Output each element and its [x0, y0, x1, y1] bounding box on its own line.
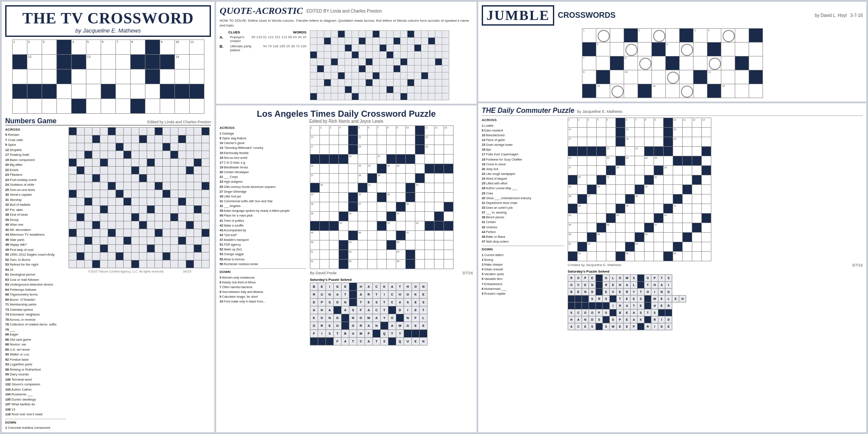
tv-crossword-byline: by Jacqueline E. Mathews — [8, 27, 208, 34]
panel-left: THE TV CROSSWORD by Jacqueline E. Mathew… — [2, 2, 214, 432]
panel-middle: QUOTE-ACROSTIC EDITED BY Linda and Charl… — [216, 2, 477, 432]
jumble-grid: 1234567891011121314 — [582, 28, 763, 98]
dc-title: THE Daily Commuter Puzzle — [482, 107, 574, 115]
numbers-game-content: ACROSS 5 Remain 7 Crow calls 9 Spice 12 … — [5, 127, 211, 429]
panel-right: JUMBLE CROSSWORDS by David L. Hoyt 3-7-1… — [478, 2, 866, 432]
dc-byline: by Jacqueline E. Mathews — [577, 109, 622, 114]
qa-grid-table — [310, 30, 449, 100]
qa-clues: CLUES WORDS A. Popeye's creator 99 133 6… — [220, 30, 306, 100]
la-across-title: ACROSS — [220, 125, 306, 131]
qa-clue-b-numbers: 54 79 136 165 25 36 73 130 — [263, 44, 306, 52]
ng-copyright: ©2016 Tribune Content Agency, LLC. All r… — [69, 270, 211, 273]
dc-header: THE Daily Commuter Puzzle by Jacqueline … — [482, 107, 863, 116]
la-content: ACROSS 1 Garbage 6 Ziploc bag feature 10… — [220, 125, 473, 345]
jumble-date: 3-7-16 — [850, 13, 863, 18]
la-edited: Edited by Rich Norris and Joyce Lewis — [220, 119, 473, 124]
dc-created: Created by Jacqueline E. Mathews — [568, 263, 621, 267]
qa-header: QUOTE-ACROSTIC EDITED BY Linda and Charl… — [220, 5, 473, 16]
jumble-title: JUMBLE — [482, 5, 554, 26]
dc-solved-area: Saturday's Puzzle Solved ROPEGLOWSOPTSOV… — [568, 270, 863, 330]
qa-clue-b-label: B. — [220, 44, 228, 52]
dc-solved-title: Saturday's Puzzle Solved — [568, 270, 863, 273]
qa-title: QUOTE-ACROSTIC — [220, 5, 303, 16]
la-clues-left: ACROSS 1 Garbage 6 Ziploc bag feature 10… — [220, 125, 306, 345]
dc-content: ACROSS 1 Loathe 6 Eden resident 10 Manuf… — [482, 118, 863, 330]
qa-clue-b-text: Ultimate party palace — [230, 44, 261, 52]
jumble-header: JUMBLE CROSSWORDS by David L. Hoyt 3-7-1… — [482, 5, 863, 26]
numbers-game-edited: Edited by Linda and Charles Preston — [147, 120, 211, 124]
la-date: 3/7/16 — [462, 271, 473, 276]
tv-crossword-header: THE TV CROSSWORD by Jacqueline E. Mathew… — [5, 5, 211, 37]
la-grid-area: 1234567891011121314151617181920212223242… — [310, 125, 473, 345]
dc-clues-left: ACROSS 1 Loathe 6 Eden resident 10 Manuf… — [482, 118, 564, 330]
la-header: Los Angeles Times Daily Crossword Puzzle… — [220, 109, 473, 124]
numbers-game-header: Numbers Game Edited by Linda and Charles… — [5, 117, 211, 125]
qa-grid — [310, 30, 473, 100]
jumble-section: JUMBLE CROSSWORDS by David L. Hoyt 3-7-1… — [478, 2, 866, 102]
qa-content: CLUES WORDS A. Popeye's creator 99 133 6… — [220, 30, 473, 100]
ng-down-title: DOWN — [5, 420, 66, 425]
la-grid: 1234567891011121314151617181920212223242… — [310, 125, 454, 269]
numbers-game-title: Numbers Game — [5, 117, 56, 125]
qa-clue-a-text: Popeye's creator — [230, 35, 250, 43]
la-saturday-solved: Saturday's Puzzle Solved BEIGEHACKATHONR… — [310, 278, 473, 345]
jumble-meta: by David L. Hoyt 3-7-16 — [815, 13, 863, 18]
qa-instruction: HOW TO SOLVE: Define clues in Words colu… — [220, 18, 473, 28]
ng-grid-area: ©2016 Tribune Content Agency, LLC. All r… — [69, 127, 211, 429]
la-solved-grid: BEIGEHACKATHONRUNATARTICHOKEEPSONTESTCAS… — [310, 283, 427, 345]
dc-grid: 1234567891011121314151617181920212223242… — [568, 118, 711, 261]
qa-edited: EDITED BY Linda and Charles Preston — [306, 9, 382, 13]
tv-crossword-title: THE TV CROSSWORD — [8, 9, 208, 27]
la-crossword: Los Angeles Times Daily Crossword Puzzle… — [216, 105, 477, 432]
numbers-game-section: Numbers Game Edited by Linda and Charles… — [5, 117, 211, 429]
dc-solved-grid: ROPEGLOWSOPTSOVENRENALTHAIBENDEVERYTHING… — [568, 274, 686, 330]
la-byline: By David Poole — [310, 271, 337, 275]
la-down-title: DOWN — [220, 270, 306, 275]
la-title: Los Angeles Times Daily Crossword Puzzle — [220, 109, 473, 119]
dc-down-title: DOWN — [482, 247, 564, 252]
daily-commuter: THE Daily Commuter Puzzle by Jacqueline … — [478, 103, 866, 432]
dc-grid-area: 1234567891011121314151617181920212223242… — [568, 118, 863, 330]
ng-across-title: ACROSS — [5, 127, 66, 132]
ng-grid — [69, 127, 210, 268]
quote-acrostic: QUOTE-ACROSTIC EDITED BY Linda and Charl… — [216, 2, 477, 104]
la-saturday-title: Saturday's Puzzle Solved — [310, 278, 473, 282]
page-container: THE TV CROSSWORD by Jacqueline E. Mathew… — [0, 0, 868, 434]
qa-clue-a-label: A. — [220, 35, 228, 43]
dc-date: 3/7/16 — [852, 263, 863, 268]
dc-across-title: ACROSS — [482, 118, 564, 123]
jumble-byline: by David L. Hoyt — [815, 13, 846, 18]
qa-clue-a-numbers: 99 133 61 121 151 113 89 44 34 20 — [251, 35, 306, 43]
ng-clues: ACROSS 5 Remain 7 Crow calls 9 Spice 12 … — [5, 127, 66, 429]
tv-crossword-grid: 1 2 3 4 5 6 7 8 9 10 11 12 — [12, 39, 204, 114]
jumble-crosswords: CROSSWORDS — [558, 11, 615, 20]
